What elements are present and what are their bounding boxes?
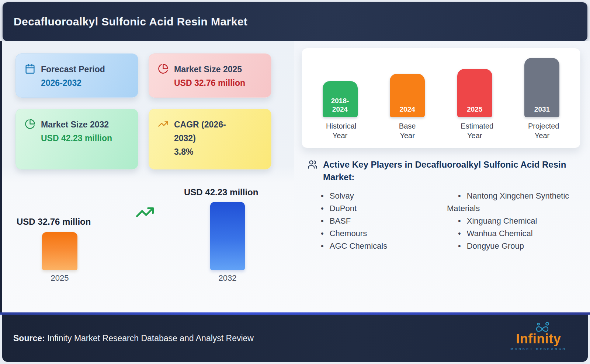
bar-caption: Historical Year	[326, 121, 354, 140]
list-item: Wanhua Chemical	[447, 227, 572, 240]
timeline-item-estimated: 2025 Estimated Year	[451, 69, 499, 140]
users-icon	[308, 160, 318, 183]
logo-subtitle: MARKET RESEARCH	[510, 347, 566, 351]
cagr-card: CAGR (2026-2032) 3.8%	[149, 109, 271, 169]
card-text: Market Size 2032 USD 42.23 million	[41, 118, 112, 169]
list-item: BASF	[310, 215, 447, 227]
card-title: CAGR (2026-2032)	[174, 118, 237, 145]
market-size-2032-card: Market Size 2032 USD 42.23 million	[15, 109, 138, 169]
left-panel: Forecast Period 2026-2032 Market Size 20…	[2, 41, 294, 312]
growth-bar-chart: USD 32.76 million 2025 USD 42.23 million…	[15, 181, 294, 291]
bar-value-label-2025: USD 32.76 million	[17, 217, 91, 227]
list-item: Dongyue Group	[447, 240, 572, 252]
bar-value-label-2032: USD 42.23 million	[184, 187, 258, 197]
timeline-item-base: 2024 Base Year	[384, 74, 431, 140]
market-size-2025-card: Market Size 2025 USD 32.76 million	[149, 53, 271, 98]
timeline-card: 2018-2024 Historical Year 2024 Base Year…	[302, 48, 580, 148]
infographic-canvas: Decafluoroalkyl Sulfonic Acid Resin Mark…	[0, 0, 590, 364]
footer: Source: Infinity Market Research Databas…	[2, 315, 588, 362]
bar-caption: Estimated Year	[461, 121, 489, 140]
bar-year-label: 2024	[394, 105, 421, 114]
bullet-icon	[321, 216, 324, 225]
card-value: USD 42.23 million	[41, 132, 112, 145]
bar-year-2025: 2025	[42, 273, 77, 283]
header: Decafluoroalkyl Sulfonic Acid Resin Mark…	[3, 2, 587, 41]
projected-bar: 2031	[524, 58, 559, 117]
bullet-icon	[458, 191, 461, 200]
bullet-icon	[321, 204, 324, 213]
bullet-icon	[321, 229, 324, 238]
trend-up-icon	[158, 119, 169, 169]
list-item: Chemours	[310, 227, 447, 240]
card-title: Forecast Period	[41, 63, 105, 76]
estimated-bar: 2025	[457, 69, 492, 117]
pie-chart-icon	[25, 119, 36, 169]
card-value: USD 32.76 million	[174, 76, 245, 90]
bar-caption: Projected Year	[528, 121, 556, 140]
list-item: DuPont	[310, 202, 447, 215]
page-title: Decafluoroalkyl Sulfonic Acid Resin Mark…	[14, 15, 247, 28]
forecast-period-card: Forecast Period 2026-2032	[15, 53, 138, 98]
right-panel: 2018-2024 Historical Year 2024 Base Year…	[294, 41, 590, 312]
key-players-column-2: Nantong Xingchen Synthetic Materials Xin…	[447, 190, 572, 252]
base-bar: 2024	[390, 74, 425, 117]
summary-cards: Forecast Period 2026-2032 Market Size 20…	[15, 53, 294, 169]
bar-year-label: 2018-2024	[327, 97, 353, 114]
infinity-logo: Infinity MARKET RESEARCH	[510, 326, 566, 351]
pie-chart-icon	[158, 63, 169, 97]
bullet-icon	[321, 241, 324, 251]
list-item: Nantong Xingchen Synthetic Materials	[447, 190, 572, 215]
historical-bar: 2018-2024	[323, 81, 358, 117]
main-content: Forecast Period 2026-2032 Market Size 20…	[0, 41, 590, 312]
bar-2032	[210, 202, 245, 270]
list-item: AGC Chemicals	[310, 240, 447, 252]
timeline-item-historical: 2018-2024 Historical Year	[316, 81, 364, 140]
key-players-section: Active Key Players in Decafluoroalkyl Su…	[302, 158, 580, 252]
key-players-lists: Solvay DuPont BASF Chemours AGC Chemical…	[308, 190, 580, 252]
card-text: CAGR (2026-2032) 3.8%	[174, 118, 237, 169]
key-players-heading: Active Key Players in Decafluoroalkyl Su…	[323, 158, 577, 183]
logo-name: Infinity	[510, 331, 566, 347]
bar-year-label: 2025	[461, 105, 488, 114]
bar-caption: Base Year	[393, 121, 421, 140]
timeline-item-projected: 2031 Projected Year	[518, 58, 566, 140]
source-text: Source: Infinity Market Research Databas…	[13, 333, 254, 343]
timeline-bars: 2018-2024 Historical Year 2024 Base Year…	[316, 57, 566, 140]
card-title: Market Size 2032	[41, 118, 112, 132]
card-text: Market Size 2025 USD 32.76 million	[174, 63, 245, 97]
bar-year-label: 2031	[529, 105, 555, 114]
growth-arrow-icon	[133, 203, 157, 223]
calendar-icon	[25, 63, 36, 97]
bullet-icon	[458, 216, 461, 225]
bar-2025	[42, 232, 77, 270]
bullet-icon	[321, 191, 324, 200]
key-players-column-1: Solvay DuPont BASF Chemours AGC Chemical…	[310, 190, 447, 252]
list-item: Solvay	[310, 190, 447, 202]
source-label: Source:	[13, 333, 45, 343]
list-item: Xinguang Chemical	[447, 215, 572, 227]
card-text: Forecast Period 2026-2032	[41, 63, 105, 97]
card-value: 3.8%	[174, 145, 237, 159]
key-players-heading-row: Active Key Players in Decafluoroalkyl Su…	[308, 158, 580, 183]
bullet-icon	[458, 229, 461, 238]
card-title: Market Size 2025	[174, 63, 245, 76]
card-value: 2026-2032	[41, 76, 105, 90]
source-value: Infinity Market Research Database and An…	[47, 333, 254, 343]
bullet-icon	[458, 241, 461, 251]
bar-year-2032: 2032	[210, 273, 245, 283]
